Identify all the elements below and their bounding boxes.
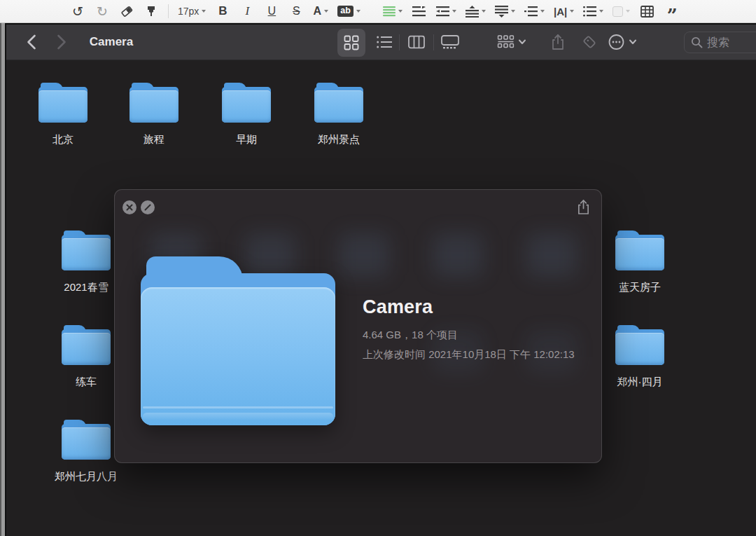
- bullet-list-button[interactable]: [583, 2, 603, 20]
- folder-item[interactable]: 早期: [213, 83, 280, 146]
- folder-item[interactable]: 北京: [29, 83, 97, 146]
- folder-item[interactable]: 旅程: [120, 83, 188, 146]
- chevron-down-icon: [626, 10, 630, 13]
- table-icon: [640, 6, 654, 18]
- indent-button[interactable]: [412, 2, 427, 20]
- folder-label: 2021春雪: [64, 281, 108, 294]
- text-direction-button[interactable]: |A|: [554, 2, 574, 20]
- undo-icon: ↺: [72, 4, 83, 20]
- column-view-button[interactable]: [408, 36, 425, 49]
- paragraph-below-icon: [495, 6, 508, 18]
- folder-item[interactable]: 蓝天房子: [606, 231, 673, 294]
- blurred-folder-ghost: [339, 233, 389, 277]
- tag-icon: [582, 34, 597, 50]
- group-button[interactable]: [498, 35, 526, 49]
- folder-icon: [615, 325, 664, 365]
- highlight-button[interactable]: ab: [337, 2, 360, 20]
- tags-button[interactable]: [582, 34, 597, 50]
- list-indent-button[interactable]: [524, 2, 545, 20]
- folder-icon: [615, 231, 664, 270]
- chevron-down-icon: [356, 10, 360, 13]
- search-input[interactable]: [707, 36, 756, 49]
- quicklook-panel: Camera 4.64 GB，18 个项目 上次修改时间 2021年10月18日…: [114, 189, 602, 463]
- finder-toolbar: Camera: [6, 25, 756, 60]
- bold-button[interactable]: B: [215, 2, 230, 20]
- chevron-left-icon: [27, 34, 36, 50]
- indent-icon: [412, 6, 426, 17]
- format-brush-button[interactable]: [144, 2, 159, 20]
- outdent-button[interactable]: [436, 2, 456, 20]
- forward-button[interactable]: [57, 34, 66, 50]
- quote-button[interactable]: ”: [664, 2, 679, 20]
- chevron-down-icon: [629, 39, 637, 45]
- folder-icon: [130, 83, 178, 123]
- insert-below-button[interactable]: [495, 2, 515, 20]
- folder-label: 北京: [52, 133, 74, 146]
- chevron-down-icon: [324, 10, 328, 13]
- italic-button[interactable]: I: [239, 2, 255, 20]
- eraser-button[interactable]: [119, 2, 134, 20]
- folder-item[interactable]: 郑州景点: [305, 83, 372, 146]
- toolbar-separator: [168, 4, 169, 18]
- folder-preview-icon: [141, 256, 335, 425]
- chevron-down-icon: [202, 10, 206, 13]
- fullscreen-button[interactable]: [141, 200, 155, 214]
- list-view-icon: [377, 36, 392, 48]
- more-actions-button[interactable]: [608, 34, 637, 50]
- folder-item[interactable]: 郑州七月八月: [52, 420, 120, 483]
- close-button[interactable]: [122, 200, 136, 214]
- line-spacing-button[interactable]: [383, 2, 402, 20]
- strikethrough-button[interactable]: S: [288, 2, 304, 20]
- font-size-select[interactable]: 17px: [178, 2, 206, 20]
- chevron-down-icon: [511, 10, 515, 13]
- paint-brush-icon: [145, 5, 158, 18]
- undo-button[interactable]: ↺: [70, 2, 85, 20]
- text-color-button[interactable]: A: [313, 2, 328, 20]
- search-field[interactable]: [684, 32, 756, 53]
- editor-toolbar: ↺ ↻ 17px B I U S A ab |A|: [0, 0, 756, 23]
- list-view-button[interactable]: [377, 36, 392, 48]
- disabled-icon: [612, 6, 623, 17]
- green-lines-icon: [383, 6, 396, 17]
- insert-above-button[interactable]: [465, 2, 486, 20]
- back-button[interactable]: [27, 34, 36, 50]
- quicklook-info: Camera 4.64 GB，18 个项目 上次修改时间 2021年10月18日…: [363, 296, 575, 362]
- folder-item[interactable]: 郑州·四月: [606, 325, 673, 389]
- toolbar-separator: [399, 34, 400, 50]
- folder-label: 旅程: [144, 133, 164, 146]
- desktop-area: Camera: [0, 23, 756, 536]
- folder-label: 蓝天房子: [619, 281, 661, 294]
- share-button[interactable]: [551, 34, 565, 50]
- underline-button[interactable]: U: [264, 2, 279, 20]
- share-button[interactable]: [577, 199, 590, 218]
- chevron-down-icon: [519, 39, 526, 45]
- search-icon: [691, 36, 703, 48]
- close-icon: [126, 204, 133, 211]
- gallery-view-icon: [441, 35, 459, 49]
- folder-item[interactable]: 练车: [52, 325, 120, 389]
- list-indent-icon: [524, 6, 538, 17]
- blurred-folder-ghost: [433, 233, 483, 277]
- table-button[interactable]: [639, 2, 654, 20]
- grid-view-icon: [344, 35, 359, 50]
- redo-button[interactable]: ↻: [94, 2, 110, 20]
- folder-icon: [62, 231, 111, 270]
- toolbar-separator: [433, 34, 434, 50]
- chevron-down-icon: [570, 10, 574, 13]
- folder-label: 练车: [76, 376, 97, 389]
- attachment-button: [612, 2, 630, 20]
- icon-view-button[interactable]: [337, 29, 365, 57]
- paragraph-above-icon: [465, 6, 479, 18]
- folder-icon: [38, 83, 88, 123]
- outdent-icon: [436, 6, 449, 17]
- gallery-view-button[interactable]: [441, 35, 459, 49]
- chevron-down-icon: [482, 10, 486, 13]
- chevron-down-icon: [398, 10, 402, 13]
- window-title: Camera: [90, 35, 133, 49]
- ellipsis-circle-icon: [608, 34, 625, 50]
- share-icon: [551, 34, 565, 50]
- chevron-right-icon: [57, 34, 66, 50]
- column-view-icon: [408, 36, 425, 49]
- folder-icon: [62, 420, 111, 460]
- folder-item[interactable]: 2021春雪: [52, 231, 120, 294]
